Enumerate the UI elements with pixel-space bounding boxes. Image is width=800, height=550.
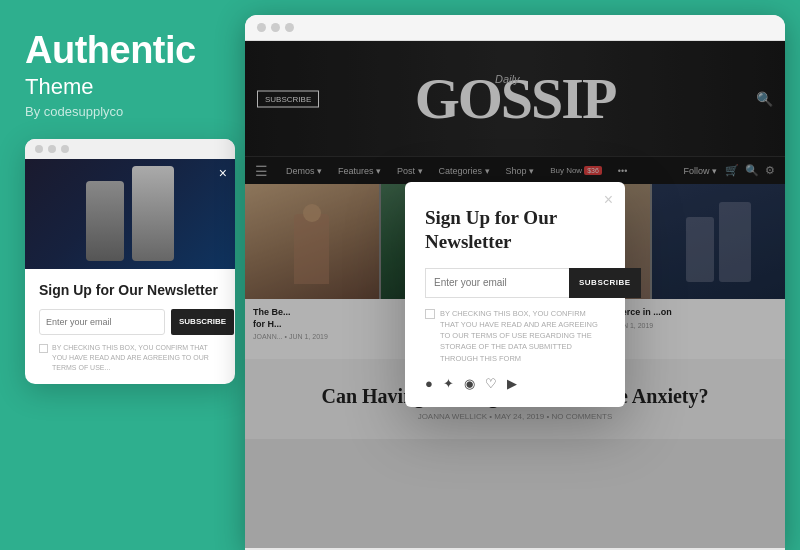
- modal-close-button[interactable]: ×: [604, 192, 613, 208]
- social-instagram-icon[interactable]: ◉: [464, 376, 475, 391]
- modal-subscribe-button[interactable]: SUBSCRIBE: [569, 268, 641, 298]
- preview-subscribe-button[interactable]: SUBSCRIBE: [171, 309, 234, 335]
- browser-chrome: [245, 15, 785, 41]
- browser-dot-1: [257, 23, 266, 32]
- brand-by: By codesupplyco: [25, 104, 225, 119]
- preview-close-button[interactable]: ×: [219, 165, 227, 181]
- modal-social-row: ● ✦ ◉ ♡ ▶: [425, 376, 605, 391]
- preview-checkbox-text: BY CHECKING THIS BOX, YOU CONFIRM THAT Y…: [52, 343, 221, 372]
- modal-checkbox-text: BY CHECKING THIS BOX, YOU CONFIRM THAT Y…: [440, 308, 605, 364]
- social-youtube-icon[interactable]: ▶: [507, 376, 517, 391]
- small-preview-card: × Sign Up for Our Newsletter SUBSCRIBE B…: [25, 139, 235, 385]
- modal-title: Sign Up for Our Newsletter: [425, 206, 605, 254]
- social-twitter-icon[interactable]: ✦: [443, 376, 454, 391]
- site-content: SUBSCRIBE Daily GOSSIP 🔍 ☰ Demos ▾ Featu…: [245, 41, 785, 548]
- dot-1: [35, 145, 43, 153]
- preview-newsletter-title: Sign Up for Our Newsletter: [39, 281, 221, 299]
- silhouette-2: [132, 166, 174, 261]
- brand-subtitle: Theme: [25, 74, 225, 100]
- preview-email-row: SUBSCRIBE: [39, 309, 221, 335]
- brand-info: Authentic Theme By codesupplyco: [25, 30, 225, 119]
- dot-2: [48, 145, 56, 153]
- silhouette-1: [86, 181, 124, 261]
- left-panel: Authentic Theme By codesupplyco × Sign U…: [0, 0, 245, 550]
- social-facebook-icon[interactable]: ●: [425, 376, 433, 391]
- preview-checkbox-row: BY CHECKING THIS BOX, YOU CONFIRM THAT Y…: [39, 343, 221, 372]
- preview-checkbox[interactable]: [39, 344, 48, 353]
- browser-mockup: SUBSCRIBE Daily GOSSIP 🔍 ☰ Demos ▾ Featu…: [245, 15, 785, 550]
- social-pinterest-icon[interactable]: ♡: [485, 376, 497, 391]
- browser-dot-3: [285, 23, 294, 32]
- newsletter-modal: × Sign Up for Our Newsletter SUBSCRIBE B…: [405, 182, 625, 407]
- preview-card-image: ×: [25, 159, 235, 269]
- silhouette-group: [86, 166, 174, 261]
- modal-email-row: SUBSCRIBE: [425, 268, 605, 298]
- browser-dot-2: [271, 23, 280, 32]
- modal-overlay: × Sign Up for Our Newsletter SUBSCRIBE B…: [245, 41, 785, 548]
- preview-dots: [25, 139, 235, 159]
- modal-checkbox-row: BY CHECKING THIS BOX, YOU CONFIRM THAT Y…: [425, 308, 605, 364]
- brand-title: Authentic: [25, 30, 225, 72]
- preview-card-content: Sign Up for Our Newsletter SUBSCRIBE BY …: [25, 269, 235, 385]
- modal-checkbox[interactable]: [425, 309, 435, 319]
- modal-email-input[interactable]: [425, 268, 569, 298]
- preview-email-input[interactable]: [39, 309, 165, 335]
- dot-3: [61, 145, 69, 153]
